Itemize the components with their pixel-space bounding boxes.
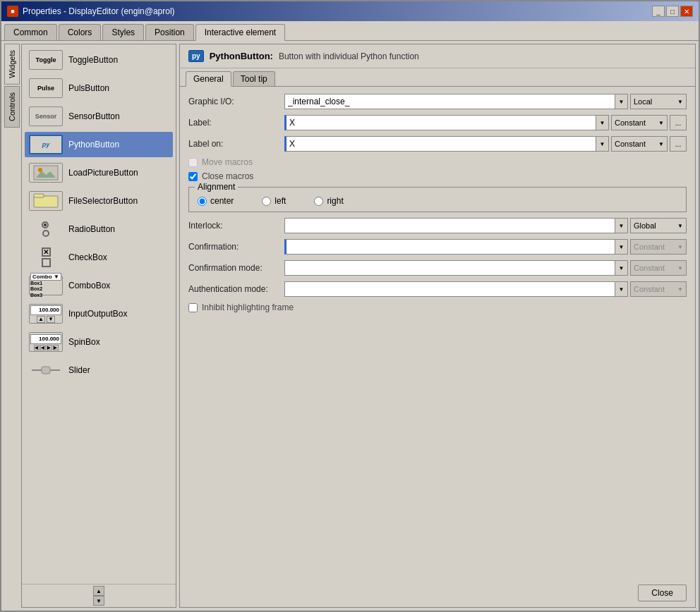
label-on-row: Label on: ▼ Constant ▼ ... (188, 136, 687, 152)
label-on-extra-btn[interactable]: ... (670, 136, 687, 152)
interlock-input-group: ▼ Global ▼ (284, 218, 687, 233)
graphic-io-scope-dropdown[interactable]: Local ▼ (630, 94, 687, 109)
graphic-io-dropdown-btn[interactable]: ▼ (615, 94, 628, 109)
interlock-input[interactable] (284, 218, 615, 233)
label-on-dropdown-btn[interactable]: ▼ (596, 136, 609, 152)
align-center-option[interactable]: center (198, 196, 234, 206)
py-badge: py (188, 50, 204, 62)
align-right-option[interactable]: right (314, 196, 343, 206)
spinbox-label: SpinBox (68, 337, 100, 347)
interlock-combo: ▼ (284, 218, 628, 233)
sidebar-wrapper: Widgets Controls Toggle ToggleButton Pul… (4, 44, 176, 608)
sidebar-tab-widgets[interactable]: Widgets (4, 44, 20, 85)
confirmation-mode-dropdown[interactable]: Constant ▼ (630, 239, 687, 255)
confirmation-mode-dropdown-btn[interactable]: ▼ (615, 260, 628, 276)
tab-position[interactable]: Position (145, 24, 194, 40)
pulse-icon: Pulse (29, 78, 63, 98)
scroll-down-button[interactable]: ▼ (93, 596, 104, 606)
minimize-button[interactable]: _ (652, 6, 665, 17)
tab-colors[interactable]: Colors (59, 24, 102, 40)
move-macros-checkbox[interactable] (188, 158, 198, 167)
tab-general[interactable]: General (186, 71, 231, 87)
label-on-mode-dropdown[interactable]: Constant ▼ (611, 136, 668, 152)
maximize-button[interactable]: □ (666, 6, 679, 17)
svg-rect-4 (34, 194, 44, 197)
authentication-input[interactable] (284, 281, 615, 297)
label-input-group: ▼ Constant ▼ ... (284, 115, 687, 130)
combobox-icon: Combo▼ Box1Box2Box3 (29, 276, 63, 295)
interlock-scope-dropdown[interactable]: Global ▼ (630, 218, 687, 233)
tab-common[interactable]: Common (4, 24, 57, 40)
widget-item-checkbox[interactable]: ✕ CheckBox (25, 245, 173, 270)
label-dropdown-btn[interactable]: ▼ (596, 115, 609, 130)
widget-item-radio[interactable]: RadioButton (25, 216, 173, 242)
loadpicture-icon (29, 163, 63, 183)
align-right-radio[interactable] (314, 197, 323, 206)
align-center-radio[interactable] (198, 197, 207, 206)
inhibit-checkbox[interactable] (188, 303, 198, 312)
sidebar-scroll-btns: ▲ ▼ (22, 584, 176, 607)
confirmation-input[interactable] (284, 239, 615, 255)
align-left-radio[interactable] (262, 197, 271, 206)
widget-item-pulse[interactable]: Pulse PulsButton (25, 75, 173, 101)
authentication-mode-dropdown[interactable]: Constant ▼ (630, 281, 687, 297)
label-row: Label: ▼ Constant ▼ ... (188, 115, 687, 130)
tab-styles[interactable]: Styles (102, 24, 144, 40)
graphic-io-label: Graphic I/O: (188, 97, 280, 106)
widget-item-spinbox[interactable]: 100.000 ◀ ◀ ▶ ▶ SpinBox (25, 329, 173, 355)
widget-item-fileselector[interactable]: FileSelectorButton (25, 188, 173, 214)
authentication-mode-label: Constant (634, 285, 665, 293)
graphic-io-input-group: ▼ Local ▼ (284, 94, 687, 109)
inhibit-label: Inhibit highlighting frame (202, 302, 294, 312)
close-button[interactable]: Close (638, 585, 687, 601)
confirmation-input-group: ▼ Constant ▼ (284, 239, 687, 255)
graphic-io-input[interactable] (284, 94, 615, 109)
confirmation-mode-mode-dropdown[interactable]: Constant ▼ (630, 260, 687, 276)
scroll-up-button[interactable]: ▲ (93, 586, 104, 596)
interlock-dropdown-btn[interactable]: ▼ (615, 218, 628, 233)
label-mode-dropdown[interactable]: Constant ▼ (611, 115, 668, 130)
label-on-mode-label: Constant (615, 140, 646, 148)
sidebar-tab-controls[interactable]: Controls (4, 86, 20, 128)
sensor-label: SensorButton (68, 111, 120, 121)
checkboxes-area: Move macros Close macros (188, 157, 687, 181)
toggle-icon: Toggle (29, 50, 63, 70)
widget-item-loadpicture[interactable]: LoadPictureButton (25, 160, 173, 185)
confirmation-mode-combo: ▼ (284, 260, 628, 276)
widget-list-container: Toggle ToggleButton Pulse PulsButton Sen… (21, 44, 176, 608)
close-macros-checkbox[interactable] (188, 172, 198, 181)
label-on-combo: ▼ (284, 136, 609, 152)
widget-item-sensor[interactable]: Sensor SensorButton (25, 104, 173, 129)
align-left-label: left (274, 196, 286, 206)
footer-bar: Close (180, 579, 695, 607)
graphic-io-row: Graphic I/O: ▼ Local ▼ (188, 94, 687, 109)
authentication-dropdown-btn[interactable]: ▼ (615, 281, 628, 297)
tab-tooltip[interactable]: Tool tip (233, 71, 275, 86)
app-icon: ■ (7, 6, 18, 17)
label-extra-btn[interactable]: ... (670, 115, 687, 130)
label-on-input[interactable] (284, 136, 596, 152)
slider-label: Slider (68, 365, 90, 375)
confirmation-row: Confirmation: ▼ Constant ▼ (188, 239, 687, 255)
confirmation-mode-input[interactable] (284, 260, 615, 276)
label-input[interactable] (284, 115, 596, 130)
widget-list-scroll: Toggle ToggleButton Pulse PulsButton Sen… (22, 44, 176, 584)
spinbox-icon: 100.000 ◀ ◀ ▶ ▶ (29, 332, 63, 352)
widget-item-combobox[interactable]: Combo▼ Box1Box2Box3 ComboBox (25, 273, 173, 298)
toggle-label: ToggleButton (68, 55, 118, 65)
widget-header-title: PythonButton: (210, 51, 273, 61)
confirmation-mode-input-group: ▼ Constant ▼ (284, 260, 687, 276)
close-window-button[interactable]: ✕ (680, 6, 693, 17)
widget-item-toggle[interactable]: Toggle ToggleButton (25, 47, 173, 73)
widget-item-inputoutput[interactable]: 100.000 ▲ ▼ InputOutputBox (25, 301, 173, 326)
close-macros-row: Close macros (188, 171, 687, 181)
align-left-option[interactable]: left (262, 196, 286, 206)
combobox-label: ComboBox (68, 281, 110, 290)
label-on-label: Label on: (188, 139, 280, 149)
widget-item-python[interactable]: py PythonButton (25, 132, 173, 157)
confirmation-dropdown-btn[interactable]: ▼ (615, 239, 628, 255)
python-label: PythonButton (68, 140, 119, 149)
widget-item-slider[interactable]: Slider (25, 357, 173, 383)
move-macros-row: Move macros (188, 157, 687, 167)
tab-interactive-element[interactable]: Interactive element (195, 24, 285, 41)
